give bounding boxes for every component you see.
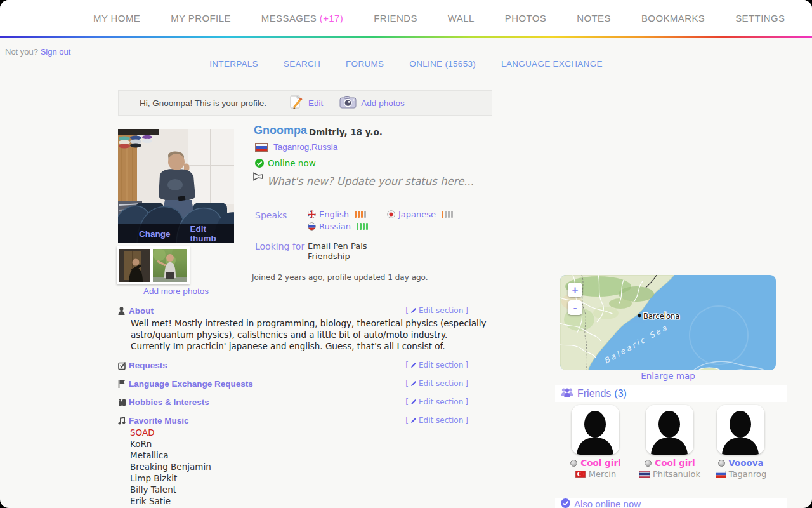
- friend-avatar[interactable]: [572, 405, 619, 455]
- russia-round-flag-icon: [308, 222, 316, 231]
- section-title: Requests: [129, 361, 167, 370]
- japanese-level-bars: [442, 211, 453, 218]
- enlarge-map-link[interactable]: Enlarge map: [560, 371, 776, 381]
- edit-section-language-exchange-link[interactable]: [Edit section]: [405, 379, 468, 388]
- edit-section-label: Edit section: [419, 306, 463, 315]
- russian-level-bars: [357, 223, 368, 230]
- nav-wall[interactable]: WALL: [448, 13, 475, 23]
- offline-status-dot: [718, 460, 725, 467]
- bracket: ]: [465, 416, 468, 425]
- looking-for-label: Looking for: [255, 241, 304, 251]
- subnav-search[interactable]: SEARCH: [284, 59, 320, 69]
- language-russian-link[interactable]: Russian: [319, 222, 351, 231]
- bracket: [: [405, 379, 409, 388]
- music-item: SOAD: [130, 427, 211, 438]
- edit-section-label: Edit section: [419, 398, 463, 406]
- section-music-header: Favorite Music [Edit section]: [118, 415, 468, 425]
- friend-city: Phitsanulok: [653, 469, 700, 479]
- friends-title: Friends: [577, 388, 611, 399]
- edit-section-hobbies-link[interactable]: [Edit section]: [405, 398, 468, 406]
- bracket: ]: [465, 379, 468, 388]
- status-update-field[interactable]: What's new? Update your status here...: [267, 175, 474, 187]
- nav-bookmarks[interactable]: BOOKMARKS: [641, 13, 705, 23]
- online-status-text: Online now: [268, 158, 316, 168]
- language-japanese: Japanese: [387, 210, 453, 219]
- nav-my-profile[interactable]: MY PROFILE: [171, 13, 231, 23]
- friend-name-link[interactable]: Vooova: [728, 458, 763, 468]
- nav-messages-label: MESSAGES: [261, 13, 317, 23]
- pencil-icon: [410, 362, 417, 368]
- person-icon: [118, 307, 129, 315]
- edit-section-requests-link[interactable]: [Edit section]: [405, 361, 468, 370]
- subnav-interpals[interactable]: INTERPALS: [209, 59, 258, 69]
- bracket: ]: [465, 306, 468, 315]
- profile-greeting-bar: Hi, Gnoompa! This is your profile. Edit …: [118, 90, 492, 116]
- nav-photos[interactable]: PHOTOS: [505, 13, 546, 23]
- language-russian: Russian: [308, 222, 368, 231]
- friend-name-link[interactable]: Cool girl: [580, 458, 620, 468]
- music-item: Erik Satie: [130, 495, 211, 507]
- section-requests-header: Requests [Edit section]: [118, 360, 468, 370]
- about-line: Well met! Mostly intrested in programmin…: [131, 318, 486, 329]
- friend-city-row: Phitsanulok: [634, 469, 705, 479]
- megaphone-icon: [252, 172, 264, 184]
- profile-name-age: Dmitriy, 18 y.o.: [309, 127, 383, 137]
- map-zoom-out-button[interactable]: -: [568, 300, 582, 315]
- photo-thumbnail-2[interactable]: [153, 249, 187, 282]
- sign-out-link[interactable]: Sign out: [41, 47, 71, 57]
- location-map[interactable]: Balearic Sea Barcelona + -: [560, 275, 776, 370]
- country-link[interactable]: Russia: [311, 142, 337, 152]
- map-zoom-in-button[interactable]: +: [568, 283, 582, 297]
- session-note: Not you? Sign out: [5, 47, 70, 57]
- subnav-forums[interactable]: FORUMS: [346, 59, 384, 69]
- music-item: KoRn: [130, 438, 211, 450]
- about-line: astro/quantum physics), calisthenics and…: [131, 329, 486, 340]
- blocks-icon: [118, 398, 129, 406]
- offline-status-dot: [645, 460, 652, 467]
- nav-my-home[interactable]: MY HOME: [93, 13, 140, 23]
- joined-note: Joined 2 years ago, profile updated 1 da…: [252, 273, 428, 282]
- bracket: [: [405, 306, 409, 315]
- subnav-online[interactable]: ONLINE (15653): [409, 59, 476, 69]
- japan-flag-icon: [387, 210, 395, 218]
- music-item: Metallica: [130, 450, 211, 461]
- edit-section-music-link[interactable]: [Edit section]: [405, 416, 468, 425]
- friend-avatar[interactable]: [717, 405, 764, 455]
- flag-icon: [118, 380, 129, 388]
- subnav-language-exchange[interactable]: LANGUAGE EXCHANGE: [501, 59, 603, 69]
- about-text: Well met! Mostly intrested in programmin…: [131, 318, 486, 352]
- pencil-icon: [410, 399, 417, 405]
- music-item: Limp Bizkit: [130, 472, 211, 484]
- language-japanese-link[interactable]: Japanese: [398, 210, 436, 219]
- about-line: Currently Im practicin' japanese and eng…: [131, 340, 486, 352]
- profile-username[interactable]: Gnoompa: [254, 124, 307, 137]
- friend-city: Taganrog: [729, 469, 766, 479]
- nav-notes[interactable]: NOTES: [577, 13, 611, 23]
- friend-avatar[interactable]: [646, 405, 693, 455]
- edit-section-label: Edit section: [419, 416, 463, 425]
- profile-photo[interactable]: Change Edit thumb: [118, 129, 234, 243]
- language-english-link[interactable]: English: [319, 210, 349, 219]
- edit-profile-link[interactable]: Edit: [308, 98, 323, 108]
- edit-section-about-link[interactable]: [Edit section]: [405, 306, 468, 315]
- also-online-section-header: Also online now: [555, 498, 787, 508]
- section-title: Language Exchange Requests: [129, 379, 253, 389]
- top-navigation: MY HOME MY PROFILE MESSAGES (+17) FRIEND…: [0, 0, 812, 36]
- friends-count: (3): [614, 388, 627, 399]
- edit-thumb-button[interactable]: Edit thumb: [190, 224, 234, 243]
- city-link[interactable]: Taganrog: [273, 142, 309, 152]
- friend-name-link[interactable]: Cool girl: [655, 458, 695, 468]
- photo-thumbnail-1[interactable]: [119, 249, 150, 282]
- nav-friends[interactable]: FRIENDS: [374, 13, 417, 23]
- purple-check-icon: [561, 498, 570, 508]
- add-photos-link[interactable]: Add photos: [361, 98, 404, 108]
- online-check-icon: [255, 159, 264, 168]
- bracket: [: [405, 416, 409, 425]
- online-status-row: Online now: [255, 158, 316, 168]
- add-more-photos-link[interactable]: Add more photos: [118, 286, 234, 296]
- nav-settings[interactable]: SETTINGS: [735, 13, 785, 23]
- nav-messages[interactable]: MESSAGES (+17): [261, 13, 343, 23]
- turkey-flag-icon: [575, 471, 586, 478]
- change-photo-button[interactable]: Change: [139, 229, 171, 239]
- checkbox-icon: [118, 361, 129, 370]
